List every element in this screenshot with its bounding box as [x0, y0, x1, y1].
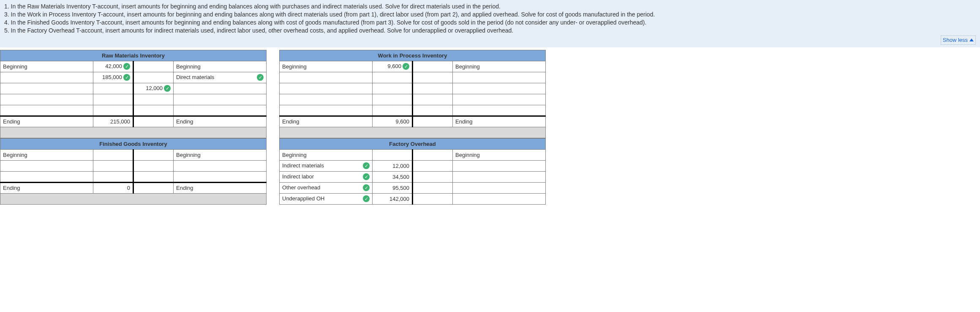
wip-title: Work in Process Inventory	[280, 50, 546, 61]
fg-r2-rval[interactable]	[133, 160, 174, 171]
foh-r5-rlabel[interactable]	[453, 193, 546, 204]
foh-r2-lval[interactable]: 12,000	[373, 160, 413, 171]
raw-r2-lval[interactable]: 185,000✓	[93, 72, 133, 83]
wip-r2-rval[interactable]	[413, 72, 453, 83]
wip-r5-llabel[interactable]	[280, 105, 373, 116]
raw-r5-rval[interactable]	[133, 105, 174, 116]
wip-r2-lval[interactable]	[373, 72, 413, 83]
fg-r1-rval[interactable]	[133, 149, 174, 160]
fg-r2-rlabel[interactable]	[174, 160, 267, 171]
foh-r3-llabel[interactable]: Indirect labor✓	[280, 171, 373, 182]
raw-end-rlabel: Ending	[174, 116, 267, 127]
raw-r4-rlabel[interactable]	[174, 94, 267, 105]
raw-r3-llabel[interactable]	[0, 83, 93, 94]
show-less-toggle[interactable]: Show less	[941, 36, 976, 45]
raw-r5-llabel[interactable]	[0, 105, 93, 116]
foh-r5-llabel[interactable]: Underapplied OH✓	[280, 193, 373, 204]
check-icon: ✓	[363, 195, 370, 202]
wip-end-rlabel: Ending	[453, 116, 546, 127]
raw-r3-lval[interactable]	[93, 83, 133, 94]
wip-r3-llabel[interactable]	[280, 83, 373, 94]
wip-r3-rval[interactable]	[413, 83, 453, 94]
wip-r3-rlabel[interactable]	[453, 83, 546, 94]
raw-r1-lval[interactable]: 42,000✓	[93, 61, 133, 72]
foh-r4-rlabel[interactable]	[453, 182, 546, 193]
wip-end-rval	[413, 116, 453, 127]
raw-r3-rlabel[interactable]	[174, 83, 267, 94]
fg-r1-rlabel[interactable]: Beginning	[174, 149, 267, 160]
raw-r5-lval[interactable]	[93, 105, 133, 116]
fg-r1-llabel[interactable]: Beginning	[0, 149, 93, 160]
wip-footer-shade	[280, 127, 546, 138]
foh-r4-rval[interactable]	[413, 182, 453, 193]
raw-r5-rlabel[interactable]	[174, 105, 267, 116]
raw-r1-rlabel[interactable]: Beginning	[174, 61, 267, 72]
foh-r1-rval[interactable]	[413, 149, 453, 160]
raw-r4-llabel[interactable]	[0, 94, 93, 105]
wip-r5-lval[interactable]	[373, 105, 413, 116]
raw-r4-lval[interactable]	[93, 94, 133, 105]
instruction-1: 1. In the Raw Materials Inventory T-acco…	[4, 3, 976, 11]
fg-r2-lval[interactable]	[93, 160, 133, 171]
wip-r4-lval[interactable]	[373, 94, 413, 105]
foh-r4-llabel[interactable]: Other overhead✓	[280, 182, 373, 193]
fg-r2-llabel[interactable]	[0, 160, 93, 171]
foh-r1-lval[interactable]	[373, 149, 413, 160]
foh-r2-llabel[interactable]: Indirect materials✓	[280, 160, 373, 171]
fg-end-rlabel: Ending	[174, 182, 267, 193]
instruction-5: 5. In the Factory Overhead T-account, in…	[4, 27, 976, 35]
foh-r4-lval[interactable]: 95,500	[373, 182, 413, 193]
raw-materials-t-account: Raw Materials Inventory Beginning 42,000…	[0, 50, 267, 138]
wip-r1-rlabel[interactable]: Beginning	[453, 61, 546, 72]
check-icon: ✓	[164, 85, 171, 92]
wip-r2-rlabel[interactable]	[453, 72, 546, 83]
foh-r3-rval[interactable]	[413, 171, 453, 182]
foh-r1-llabel[interactable]: Beginning	[280, 149, 373, 160]
raw-r2-rval[interactable]	[133, 72, 174, 83]
wip-r2-llabel[interactable]	[280, 72, 373, 83]
raw-r1-rval[interactable]	[133, 61, 174, 72]
foh-r1-rlabel[interactable]: Beginning	[453, 149, 546, 160]
foh-r2-rlabel[interactable]	[453, 160, 546, 171]
fg-r3-rlabel[interactable]	[174, 171, 267, 182]
raw-r1-llabel[interactable]: Beginning	[0, 61, 93, 72]
foh-r5-rval[interactable]	[413, 193, 453, 204]
foh-title: Factory Overhead	[280, 138, 546, 149]
fg-end-lval: 0	[93, 182, 133, 193]
check-icon: ✓	[363, 162, 370, 169]
fg-r1-lval[interactable]	[93, 149, 133, 160]
foh-r2-rval[interactable]	[413, 160, 453, 171]
wip-r1-rval[interactable]	[413, 61, 453, 72]
chevron-up-icon	[969, 38, 974, 41]
fg-r3-lval[interactable]	[93, 171, 133, 182]
wip-r1-llabel[interactable]: Beginning	[280, 61, 373, 72]
instruction-3: 3. In the Work in Process Inventory T-ac…	[4, 11, 976, 19]
show-less-label: Show less	[943, 36, 968, 44]
fg-footer-shade	[0, 193, 267, 204]
wip-r4-rval[interactable]	[413, 94, 453, 105]
instruction-4: 4. In the Finished Goods Inventory T-acc…	[4, 19, 976, 27]
raw-r2-llabel[interactable]	[0, 72, 93, 83]
fg-r3-rval[interactable]	[133, 171, 174, 182]
wip-r5-rval[interactable]	[413, 105, 453, 116]
raw-r4-rval[interactable]	[133, 94, 174, 105]
foh-r3-rlabel[interactable]	[453, 171, 546, 182]
raw-r2-rlabel[interactable]: Direct materials✓	[174, 72, 267, 83]
raw-end-llabel: Ending	[0, 116, 93, 127]
fg-end-llabel: Ending	[0, 182, 93, 193]
wip-r5-rlabel[interactable]	[453, 105, 546, 116]
wip-r3-lval[interactable]	[373, 83, 413, 94]
foh-r5-lval[interactable]: 142,000	[373, 193, 413, 204]
raw-r3-rval[interactable]: 12,000✓	[133, 83, 174, 94]
instructions-panel: 1. In the Raw Materials Inventory T-acco…	[0, 0, 980, 47]
wip-r4-llabel[interactable]	[280, 94, 373, 105]
check-icon: ✓	[123, 63, 130, 70]
finished-goods-t-account: Finished Goods Inventory Beginning Begin…	[0, 138, 267, 205]
wip-end-lval: 9,600	[373, 116, 413, 127]
foh-r3-lval[interactable]: 34,500	[373, 171, 413, 182]
raw-footer-shade	[0, 127, 267, 138]
fg-r3-llabel[interactable]	[0, 171, 93, 182]
wip-end-llabel: Ending	[280, 116, 373, 127]
wip-r4-rlabel[interactable]	[453, 94, 546, 105]
wip-r1-lval[interactable]: 9,600✓	[373, 61, 413, 72]
